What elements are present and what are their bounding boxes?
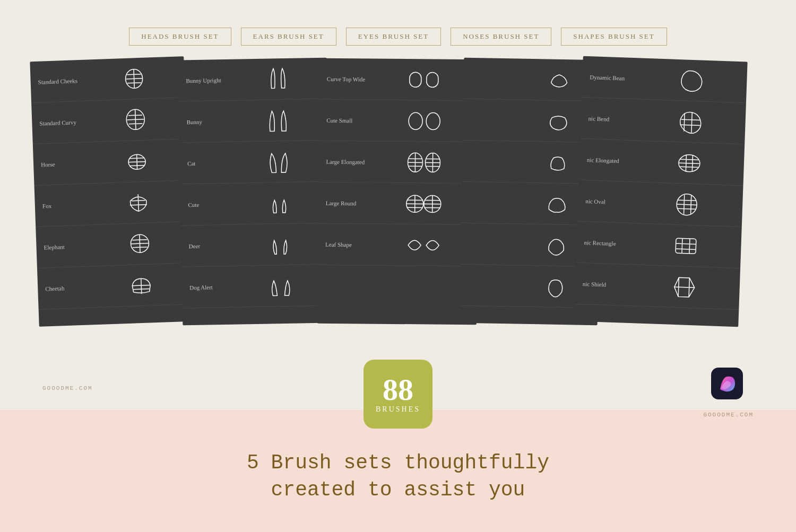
svg-rect-26 <box>410 72 421 87</box>
brush-label <box>470 161 523 162</box>
brush-label: nic Oval <box>585 198 638 206</box>
brush-row: Elephant <box>36 222 191 268</box>
tagline: 5 Brush sets thoughtfullycreated to assi… <box>247 449 549 504</box>
svg-line-22 <box>139 234 140 252</box>
brush-row: nic Oval <box>577 180 743 228</box>
brush-icon <box>641 106 739 138</box>
svg-line-68 <box>676 249 696 249</box>
brush-icon <box>241 229 323 260</box>
brush-row: Leaf Shape <box>318 224 478 267</box>
brush-label: Deer <box>189 242 242 249</box>
brush-icon <box>240 146 322 177</box>
brush-icon <box>638 188 736 221</box>
brush-label: nic Bend <box>589 115 642 123</box>
header-labels: HEADS BRUSH SET EARS BRUSH SET EYES BRUS… <box>0 0 796 56</box>
brush-row: Standard Cheeks <box>30 56 185 103</box>
svg-line-65 <box>691 195 691 214</box>
svg-line-56 <box>679 163 699 163</box>
badge-label: BRUSHES <box>376 405 420 414</box>
brush-label <box>469 202 522 203</box>
svg-rect-27 <box>427 72 438 87</box>
brush-label: Large Elongated <box>326 158 379 165</box>
ears-card: Bunny Upright Bunny Cat <box>178 58 332 326</box>
svg-point-28 <box>409 112 422 129</box>
brush-row: Large Elongated <box>318 141 478 184</box>
label-noses: NOSES BRUSH SET <box>451 28 551 46</box>
brush-icon <box>97 228 184 260</box>
brush-label: Elephant <box>44 242 97 250</box>
brush-icon <box>91 63 178 95</box>
brush-label: Standard Cheeks <box>38 77 91 85</box>
brush-row: Cat <box>179 141 328 185</box>
heads-card: Standard Cheeks Standard Curvy <box>30 56 193 327</box>
eyes-card: Curve Top Wide Cute Small Large Elongate… <box>317 58 479 325</box>
svg-line-4 <box>133 69 134 88</box>
brush-row: nic Elongated <box>579 139 745 186</box>
brush-label: Cat <box>187 159 240 167</box>
brush-icon <box>98 269 185 301</box>
brush-row: Cute <box>180 182 330 226</box>
brush-icon <box>637 230 734 262</box>
brush-label: nic Rectangle <box>584 239 637 247</box>
brush-label: Fox <box>42 201 96 209</box>
brush-label <box>468 243 521 245</box>
brush-label: Cheetah <box>45 283 98 291</box>
brush-icon <box>93 145 180 177</box>
brushes-badge: 88 BRUSHES <box>364 360 432 429</box>
svg-line-69 <box>682 238 682 253</box>
brush-row: nic Rectangle <box>576 222 742 269</box>
brush-icon <box>379 147 470 177</box>
brush-label: Cute <box>188 200 241 208</box>
svg-line-67 <box>676 243 696 244</box>
brush-label: Leaf Shape <box>325 241 378 248</box>
svg-rect-66 <box>676 238 696 254</box>
brush-label <box>468 285 521 286</box>
label-ears: EARS BRUSH SET <box>241 28 336 46</box>
brush-label: Horse <box>41 160 94 168</box>
preview-area: Standard Cheeks Standard Curvy <box>0 56 796 337</box>
brush-label: nic Shield <box>583 280 636 288</box>
brush-label: Curve Top Wide <box>327 75 380 82</box>
svg-line-70 <box>689 239 690 254</box>
brush-icon <box>241 188 322 219</box>
svg-line-73 <box>689 278 689 297</box>
procreate-icon <box>711 368 743 399</box>
label-shapes: SHAPES BRUSH SET <box>561 28 667 46</box>
brush-icon <box>95 186 182 219</box>
brush-label: Dog Alert <box>189 283 243 291</box>
svg-line-51 <box>680 125 700 125</box>
svg-line-71 <box>674 287 695 287</box>
svg-line-57 <box>680 167 699 167</box>
brush-row: nic Bend <box>580 98 746 145</box>
brush-label: Bunny <box>187 118 240 125</box>
svg-line-72 <box>678 277 679 296</box>
brush-icon <box>380 65 471 94</box>
brush-icon <box>92 104 179 136</box>
brush-row: nic Shield <box>574 263 740 310</box>
brush-label: Large Round <box>326 199 379 206</box>
svg-line-9 <box>135 109 135 129</box>
brush-row: Cute Small <box>319 100 479 143</box>
brush-row: Dynamic Bean <box>582 56 748 103</box>
svg-line-59 <box>692 155 693 172</box>
label-heads: HEADS BRUSH SET <box>129 28 231 46</box>
brush-row: Deer <box>181 223 330 267</box>
watermark-left: GOOODME.COM <box>42 385 93 391</box>
svg-line-62 <box>677 204 697 205</box>
brush-label <box>470 119 523 120</box>
brush-icon <box>642 64 740 97</box>
svg-line-58 <box>686 155 686 172</box>
svg-line-55 <box>680 159 699 160</box>
brush-row: Curve Top Wide <box>319 58 479 101</box>
brush-label <box>471 79 524 80</box>
shapes-card: Dynamic Bean nic Bend nic Elongated <box>574 56 747 327</box>
brush-row <box>463 58 602 102</box>
brush-row: Standard Curvy <box>31 98 187 144</box>
brush-label: Bunny Upright <box>186 76 239 84</box>
brush-row: Large Round <box>318 182 478 225</box>
badge-number: 88 <box>383 374 413 405</box>
svg-line-53 <box>691 112 692 133</box>
svg-line-14 <box>136 154 137 169</box>
brush-label: nic Elongated <box>587 156 640 164</box>
brush-icon <box>635 271 733 303</box>
